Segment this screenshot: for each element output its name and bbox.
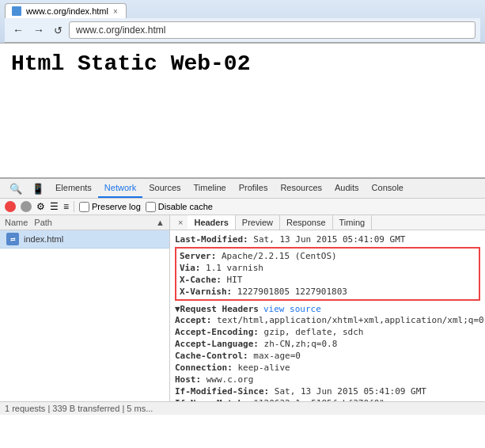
req-header-connection: Connection: keep-alive (175, 362, 480, 374)
record-button[interactable] (5, 201, 16, 212)
tab-resources[interactable]: Resources (274, 179, 328, 198)
status-text: 1 requests | 339 B transferred | 5 ms... (5, 404, 153, 413)
tab-elements[interactable]: Elements (49, 179, 98, 198)
page-area (0, 90, 485, 177)
headers-content: Last-Modified: Sat, 13 Jun 2015 05:41:09… (170, 230, 485, 401)
col-path: Path (34, 218, 52, 227)
header-xvarnish: X-Varnish: 1227901805 1227901803 (180, 286, 476, 298)
req-header-if-modified: If-Modified-Since: Sat, 13 Jun 2015 05:4… (175, 385, 480, 397)
tab-profiles[interactable]: Profiles (233, 179, 275, 198)
highlighted-headers: Server: Apache/2.2.15 (CentOS) Via: 1.1 … (175, 247, 480, 301)
network-file-row[interactable]: ⇄ index.html (0, 230, 169, 249)
file-name: index.html (24, 234, 63, 244)
reload-button[interactable]: ↺ (51, 23, 66, 38)
disable-cache-checkbox[interactable] (146, 202, 156, 212)
address-bar[interactable] (69, 21, 476, 39)
req-header-accept-encoding: Accept-Encoding: gzip, deflate, sdch (175, 326, 480, 338)
tab-sources[interactable]: Sources (142, 179, 187, 198)
separator (74, 201, 74, 212)
close-panel-button[interactable]: × (173, 215, 188, 230)
filter-icon[interactable]: ⚙ (36, 201, 45, 212)
right-tab-timing[interactable]: Timing (333, 215, 373, 230)
forward-button[interactable]: → (30, 22, 47, 38)
view-icon[interactable]: ≡ (63, 201, 69, 212)
col-name: Name (5, 218, 28, 227)
magnifier-icon[interactable]: 🔍 (5, 180, 27, 198)
status-bar: 1 requests | 339 B transferred | 5 ms... (0, 401, 485, 415)
tab-close-button[interactable]: × (113, 7, 118, 16)
header-server: Server: Apache/2.2.15 (CentOS) (180, 250, 476, 262)
view-source-link[interactable]: view source (263, 304, 321, 314)
tab-audits[interactable]: Audits (328, 179, 366, 198)
preserve-log-checkbox[interactable] (79, 202, 89, 212)
devtools-toolbar: ⚙ ☰ ≡ Preserve log Disable cache (0, 199, 485, 215)
clear-button[interactable] (21, 201, 32, 212)
page-content: Html Static Web-02 (0, 44, 485, 90)
req-header-accept-language: Accept-Language: zh-CN,zh;q=0.8 (175, 338, 480, 350)
req-header-cache-control: Cache-Control: max-age=0 (175, 350, 480, 362)
header-via: Via: 1.1 varnish (180, 262, 476, 274)
req-header-if-none-match: If-None-Match: "120632-1c-5185fabf370f0" (175, 397, 480, 401)
devtools-panel: 🔍 📱 Elements Network Sources Timeline Pr… (0, 177, 485, 415)
network-left-panel: Name Path ▲ ⇄ index.html (0, 215, 170, 401)
tab-title: www.c.org/index.html (26, 6, 108, 16)
file-icon: ⇄ (6, 233, 19, 245)
tab-timeline[interactable]: Timeline (188, 179, 233, 198)
back-button[interactable]: ← (9, 22, 27, 38)
tab-console[interactable]: Console (366, 179, 410, 198)
header-xcache: X-Cache: HIT (180, 274, 476, 286)
left-panel-header: Name Path ▲ (0, 215, 169, 230)
devtools-tab-bar: 🔍 📱 Elements Network Sources Timeline Pr… (0, 179, 485, 199)
disable-cache-label[interactable]: Disable cache (146, 202, 213, 212)
page-title: Html Static Web-02 (11, 51, 474, 76)
right-tab-headers[interactable]: Headers (188, 215, 235, 230)
column-headers: Name Path (5, 218, 52, 227)
right-panel-header: × Headers Preview Response Timing (170, 215, 485, 230)
browser-chrome: www.c.org/index.html × ← → ↺ Html Static… (0, 0, 485, 415)
req-header-host: Host: www.c.org (175, 374, 480, 385)
preserve-log-label[interactable]: Preserve log (79, 202, 141, 212)
tab-network[interactable]: Network (98, 179, 142, 198)
request-headers-title: ▼Request Headers view source (175, 304, 480, 314)
right-tab-response[interactable]: Response (280, 215, 333, 230)
header-last-modified: Last-Modified: Sat, 13 Jun 2015 05:41:09… (175, 233, 480, 245)
devtools-body: Name Path ▲ ⇄ index.html × Headers Previ… (0, 215, 485, 401)
mobile-icon[interactable]: 📱 (27, 180, 49, 198)
sort-icon: ▲ (156, 218, 165, 227)
network-right-panel: × Headers Preview Response Timing Last-M… (170, 215, 485, 401)
tab-favicon (12, 6, 21, 16)
nav-bar: ← → ↺ (5, 18, 480, 43)
browser-tab[interactable]: www.c.org/index.html × (5, 3, 127, 18)
req-header-accept: Accept: text/html,application/xhtml+xml,… (175, 314, 480, 326)
right-tab-preview[interactable]: Preview (236, 215, 280, 230)
list-icon[interactable]: ☰ (50, 201, 59, 212)
